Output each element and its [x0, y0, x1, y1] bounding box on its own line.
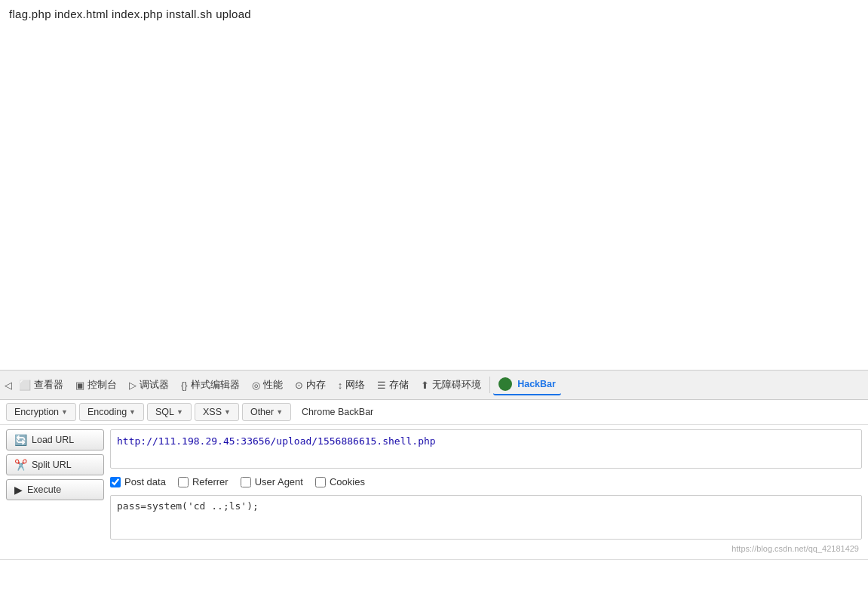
cookies-checkbox[interactable]: [315, 477, 326, 487]
user-agent-checkbox-label[interactable]: User Agent: [241, 476, 303, 487]
user-agent-checkbox[interactable]: [241, 477, 251, 487]
style-editor-label: 样式编辑器: [191, 379, 240, 392]
menu-encryption[interactable]: Encryption ▼: [6, 403, 76, 421]
storage-label: 存储: [389, 379, 409, 392]
sql-label: SQL: [155, 407, 174, 417]
toolbar-item-debugger[interactable]: ▷ 调试器: [124, 376, 174, 395]
accessibility-label: 无障碍环境: [432, 379, 481, 392]
xss-dropdown-arrow: ▼: [224, 408, 231, 416]
toolbar-item-performance[interactable]: ◎ 性能: [247, 376, 288, 395]
memory-label: 内存: [306, 379, 326, 392]
storage-icon: ☰: [377, 380, 386, 391]
file-listing-text: flag.php index.html index.php install.sh…: [9, 8, 251, 20]
toolbar-item-accessibility[interactable]: ⬆ 无障碍环境: [416, 376, 486, 395]
network-icon: ↕: [338, 380, 343, 391]
cookies-checkbox-label[interactable]: Cookies: [315, 476, 365, 487]
post-data-checkbox[interactable]: [110, 477, 121, 487]
execute-icon: ▶: [14, 484, 23, 496]
toolbar-separator: [489, 377, 490, 393]
menu-other[interactable]: Other ▼: [242, 403, 291, 421]
referrer-label: Referrer: [192, 476, 229, 487]
sql-dropdown-arrow: ▼: [176, 408, 183, 416]
other-label: Other: [250, 407, 274, 417]
performance-icon: ◎: [252, 380, 260, 391]
checkbox-row: Post data Referrer User Agent Cookies: [110, 473, 862, 490]
load-url-icon: 🔄: [14, 434, 27, 446]
inspector-label: 查看器: [34, 379, 63, 392]
referrer-checkbox-label[interactable]: Referrer: [178, 476, 229, 487]
split-url-label: Split URL: [32, 460, 72, 470]
hackbar-dot-icon: [498, 377, 512, 391]
url-input[interactable]: [110, 429, 862, 469]
debugger-icon: ▷: [129, 380, 136, 391]
encoding-label: Encoding: [87, 407, 127, 417]
accessibility-icon: ⬆: [421, 380, 429, 391]
post-data-label: Post data: [124, 476, 166, 487]
memory-icon: ⊙: [295, 380, 303, 391]
toolbar-item-console[interactable]: ▣ 控制台: [70, 376, 122, 395]
referrer-checkbox[interactable]: [178, 477, 189, 487]
post-data-input[interactable]: [110, 495, 862, 540]
devtools-icon: ◁: [5, 380, 12, 391]
toolbar-item-inspector[interactable]: ⬜ 查看器: [14, 376, 69, 395]
menu-encoding[interactable]: Encoding ▼: [79, 403, 144, 421]
user-agent-label: User Agent: [255, 476, 303, 487]
toolbar-item-memory[interactable]: ⊙ 内存: [290, 376, 331, 395]
execute-label: Execute: [27, 484, 61, 495]
menu-sql[interactable]: SQL ▼: [147, 403, 192, 421]
other-dropdown-arrow: ▼: [276, 408, 283, 416]
encryption-label: Encryption: [14, 407, 59, 417]
csdn-watermark: https://blog.csdn.net/qq_42181429: [110, 544, 862, 555]
toolbar-item-network[interactable]: ↕ 网络: [333, 376, 371, 395]
menu-chrome-backbar[interactable]: Chrome BackBar: [294, 404, 381, 420]
encoding-dropdown-arrow: ▼: [129, 408, 136, 416]
execute-button[interactable]: ▶ Execute: [6, 479, 104, 500]
hackbar-action-buttons: 🔄 Load URL ✂️ Split URL ▶ Execute: [6, 429, 104, 555]
hackbar-panel: Encryption ▼ Encoding ▼ SQL ▼ XSS ▼ Othe…: [0, 400, 868, 560]
console-label: 控制台: [87, 379, 117, 392]
hackbar-label: HackBar: [517, 379, 556, 389]
hackbar-url-area: Post data Referrer User Agent Cookies: [110, 429, 862, 555]
console-icon: ▣: [75, 380, 84, 391]
post-data-checkbox-label[interactable]: Post data: [110, 476, 166, 487]
toolbar-item-storage[interactable]: ☰ 存储: [372, 376, 414, 395]
cookies-label: Cookies: [330, 476, 365, 487]
debugger-label: 调试器: [140, 379, 169, 392]
load-url-label: Load URL: [32, 435, 74, 445]
inspector-icon: ⬜: [19, 380, 31, 391]
menu-xss[interactable]: XSS ▼: [195, 403, 239, 421]
toolbar-item-style-editor[interactable]: {} 样式编辑器: [176, 376, 245, 395]
encryption-dropdown-arrow: ▼: [61, 408, 68, 416]
chrome-backbar-label: Chrome BackBar: [302, 407, 373, 417]
performance-label: 性能: [263, 379, 283, 392]
toolbar-item-hackbar[interactable]: HackBar: [493, 374, 561, 395]
load-url-button[interactable]: 🔄 Load URL: [6, 429, 104, 450]
split-url-button[interactable]: ✂️ Split URL: [6, 454, 104, 475]
hackbar-body: 🔄 Load URL ✂️ Split URL ▶ Execute Post d…: [0, 425, 868, 559]
xss-label: XSS: [203, 407, 222, 417]
top-content-area: flag.php index.html index.php install.sh…: [0, 0, 868, 370]
devtools-toolbar: ◁ ⬜ 查看器 ▣ 控制台 ▷ 调试器 {} 样式编辑器 ◎ 性能 ⊙ 内存 ↕…: [0, 370, 868, 400]
hackbar-menu-bar: Encryption ▼ Encoding ▼ SQL ▼ XSS ▼ Othe…: [0, 400, 868, 425]
style-editor-icon: {}: [181, 380, 188, 391]
network-label: 网络: [345, 379, 365, 392]
split-url-icon: ✂️: [14, 459, 27, 471]
